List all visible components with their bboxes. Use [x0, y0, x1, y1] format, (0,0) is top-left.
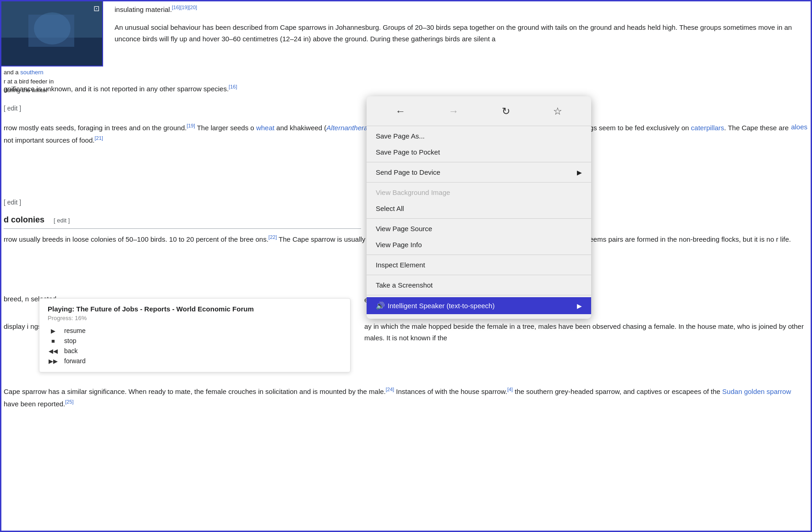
- control-stop[interactable]: ■ stop: [48, 336, 342, 345]
- cm-save-to-pocket[interactable]: Save Page to Pocket: [367, 144, 591, 160]
- cm-section-send: Send Page to Device ▶: [367, 162, 591, 183]
- para-mate: Cape sparrow has a similar significance.…: [4, 385, 807, 410]
- cm-send-to-device[interactable]: Send Page to Device ▶: [367, 164, 591, 180]
- cm-section-source: View Page Source View Page Info: [367, 219, 591, 255]
- svg-point-3: [34, 12, 71, 44]
- cm-take-screenshot[interactable]: Take a Screenshot: [367, 277, 591, 293]
- para-unusual: An unusual social behaviour has been des…: [115, 22, 807, 50]
- stop-icon: ■: [48, 338, 59, 344]
- cm-section-tts: 🔊 Intelligent Speaker (text-to-speech) ▶: [367, 295, 591, 316]
- speaker-label: 🔊 Intelligent Speaker (text-to-speech): [376, 301, 494, 310]
- southern-link[interactable]: southern: [20, 69, 44, 76]
- media-title: Playing: The Future of Jobs - Reports - …: [48, 305, 342, 313]
- send-arrow-icon: ▶: [577, 169, 582, 176]
- media-controls: ▶ resume ■ stop ◀◀ back ▶▶ forward: [48, 326, 342, 366]
- nav-back-button[interactable]: ←: [392, 104, 409, 119]
- cm-section-save: Save Page As... Save Page to Pocket: [367, 126, 591, 162]
- stop-label: stop: [64, 337, 76, 344]
- resume-icon: ▶: [48, 327, 59, 334]
- speaker-emoji-icon: 🔊: [376, 301, 385, 310]
- para-significance: gnificance is unknown, and it is not rep…: [4, 83, 807, 95]
- media-progress: Progress: 16%: [48, 315, 342, 321]
- cm-inspect-element[interactable]: Inspect Element: [367, 257, 591, 273]
- nav-reload-button[interactable]: ↻: [498, 104, 514, 119]
- context-menu-nav: ← → ↻ ☆: [367, 99, 591, 126]
- para-display-cont: ay in which the male hopped beside the f…: [364, 321, 807, 344]
- cm-section-screenshot: Take a Screenshot: [367, 275, 591, 295]
- cm-section-view: View Background Image Select All: [367, 183, 591, 219]
- edit-link-2[interactable]: [ edit ]: [4, 197, 21, 207]
- nav-forward-button[interactable]: →: [445, 104, 462, 119]
- context-menu: ← → ↻ ☆ Save Page As... Save Page to Poc…: [367, 96, 591, 319]
- media-player: Playing: The Future of Jobs - Reports - …: [39, 298, 351, 372]
- para-insulating: insulating material.[16][19][20]: [115, 4, 807, 15]
- back-icon: ◀◀: [48, 348, 59, 355]
- tts-arrow-icon: ▶: [577, 302, 582, 310]
- expand-icon[interactable]: ⊡: [93, 3, 99, 15]
- cm-section-inspect: Inspect Element: [367, 255, 591, 275]
- thumbnail-image: [1, 1, 103, 66]
- resume-label: resume: [64, 327, 86, 334]
- control-resume[interactable]: ▶ resume: [48, 326, 342, 335]
- cm-view-page-source[interactable]: View Page Source: [367, 221, 591, 237]
- image-thumbnail: ⊡: [0, 0, 103, 66]
- back-label: back: [64, 347, 78, 355]
- control-back[interactable]: ◀◀ back: [48, 346, 342, 355]
- cm-save-page-as[interactable]: Save Page As...: [367, 128, 591, 144]
- control-forward[interactable]: ▶▶ forward: [48, 356, 342, 366]
- cm-intelligent-speaker[interactable]: 🔊 Intelligent Speaker (text-to-speech) ▶: [367, 297, 591, 314]
- cm-select-all[interactable]: Select All: [367, 200, 591, 216]
- forward-label: forward: [64, 357, 86, 365]
- cm-view-background-image[interactable]: View Background Image: [367, 184, 591, 200]
- cm-view-page-info[interactable]: View Page Info: [367, 237, 591, 253]
- nav-bookmark-button[interactable]: ☆: [549, 104, 566, 119]
- section-heading-colonies: d colonies [ edit ]: [4, 213, 361, 229]
- edit-link-1[interactable]: [ edit ]: [4, 103, 21, 113]
- forward-icon: ▶▶: [48, 358, 59, 365]
